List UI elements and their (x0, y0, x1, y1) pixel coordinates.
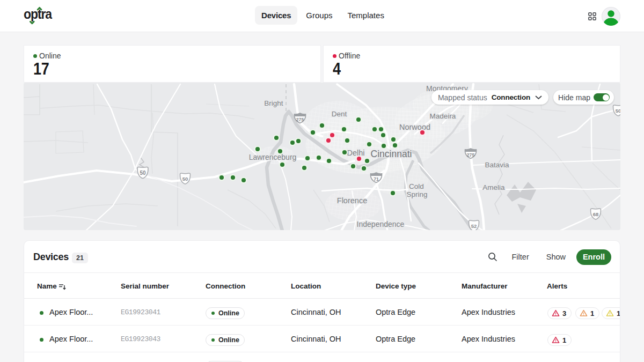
svg-text:Bright: Bright (264, 99, 283, 107)
svg-text:Lawrenceburg: Lawrenceburg (249, 153, 297, 161)
svg-text:275: 275 (467, 152, 475, 158)
svg-text:52: 52 (471, 223, 477, 229)
svg-text:Madeira: Madeira (430, 112, 456, 120)
svg-text:Cold: Cold (409, 182, 424, 190)
svg-text:71: 71 (374, 176, 379, 182)
svg-text:Spring: Spring (406, 190, 427, 198)
svg-text:Cincinnati: Cincinnati (371, 149, 412, 159)
svg-text:Independence: Independence (357, 220, 405, 228)
svg-text:Delhi: Delhi (347, 149, 364, 157)
svg-text:Amelia: Amelia (482, 183, 505, 191)
svg-text:50: 50 (140, 170, 146, 176)
svg-text:275: 275 (296, 117, 304, 122)
svg-text:Florence: Florence (337, 196, 367, 205)
svg-text:50: 50 (182, 176, 188, 182)
svg-text:Batavia: Batavia (485, 161, 509, 169)
svg-text:Norwood: Norwood (399, 123, 430, 131)
svg-text:68: 68 (593, 211, 599, 217)
svg-text:50: 50 (616, 108, 620, 114)
svg-text:Dent: Dent (332, 110, 347, 118)
